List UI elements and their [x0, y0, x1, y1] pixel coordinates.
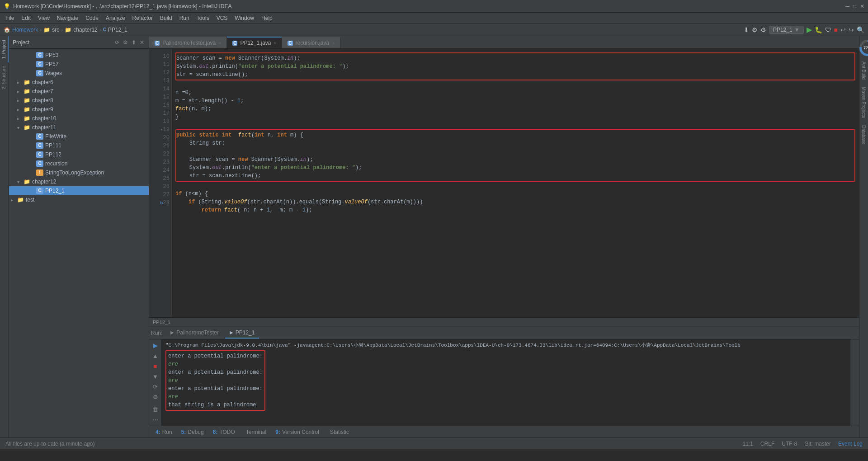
close-button[interactable]: ✕ [860, 3, 864, 9]
tree-item-stringtoolong[interactable]: !StringTooLongException [9, 168, 149, 177]
menu-item-analyze[interactable]: Analyze [102, 13, 129, 23]
expand-icon[interactable]: ⬆ [131, 38, 137, 47]
tree-item-wages[interactable]: CWages [9, 69, 149, 78]
folder-arrow-chapter12[interactable]: ▾ [17, 179, 24, 184]
run-output-line: enter a potential palindrome: [168, 352, 263, 360]
folder-arrow-chapter10[interactable]: ▸ [17, 116, 24, 121]
run-stop-button[interactable]: ■ [151, 362, 160, 371]
maximize-button[interactable]: □ [853, 3, 856, 9]
structure-panel-tab[interactable]: 2: Structure [0, 62, 9, 93]
menu-item-build[interactable]: Build [156, 13, 176, 23]
menu-item-code[interactable]: Code [82, 13, 102, 23]
tree-item-chapter11[interactable]: ▾📁chapter11 [9, 123, 149, 132]
tab-close-palindrome[interactable]: × [218, 41, 221, 46]
run-down-button[interactable]: ▼ [151, 372, 160, 381]
run-tab-palindrometester[interactable]: ▶PalindromeTester [166, 328, 223, 339]
menu-item-edit[interactable]: Edit [18, 13, 34, 23]
download-icon[interactable]: ⬇ [744, 26, 749, 33]
hide-icon[interactable]: ✕ [139, 38, 145, 47]
settings-icon[interactable]: ⚙ [760, 26, 766, 33]
breadcrumb-pp12_1[interactable]: PP12_1 [108, 27, 127, 33]
tree-item-chapter7[interactable]: ▸📁chapter7 [9, 87, 149, 96]
tree-item-filewrite[interactable]: CFileWrite [9, 132, 149, 141]
menu-item-navigate[interactable]: Navigate [53, 13, 82, 23]
menu-item-view[interactable]: View [34, 13, 53, 23]
debug-button[interactable]: 🐛 [815, 26, 822, 33]
breadcrumb-src[interactable]: src [52, 27, 59, 33]
tree-item-chapter10[interactable]: ▸📁chapter10 [9, 114, 149, 123]
redo-button[interactable]: ↪ [849, 26, 854, 33]
run-play-button[interactable]: ▶ [151, 341, 160, 350]
stop-button[interactable]: ■ [834, 26, 838, 33]
tree-item-chapter12[interactable]: ▾📁chapter12 [9, 177, 149, 186]
bottom-btn-run[interactable]: 4: Run [152, 427, 176, 437]
folder-icon-chapter6: 📁 [24, 79, 30, 85]
event-log[interactable]: Event Log [838, 441, 863, 447]
run-up-button[interactable]: ▲ [151, 352, 160, 360]
bottom-btn-version-control[interactable]: 9: Version Control [272, 427, 323, 437]
git-branch[interactable]: Git: master [804, 441, 831, 447]
menu-item-window[interactable]: Window [231, 13, 258, 23]
undo-button[interactable]: ↩ [840, 26, 846, 33]
editor-tab-palindrome[interactable]: CPalindromeTester.java× [149, 37, 227, 48]
database-tab[interactable]: Database [860, 122, 868, 148]
folder-arrow-chapter7[interactable]: ▸ [17, 89, 24, 94]
menu-item-run[interactable]: Run [176, 13, 193, 23]
file-encoding[interactable]: UTF-8 [782, 441, 797, 447]
run-button[interactable]: ▶ [807, 25, 812, 34]
menu-item-refactor[interactable]: Refactor [129, 13, 156, 23]
tree-item-test[interactable]: ▸📁test [9, 195, 149, 204]
tab-close-pp12_1[interactable]: × [274, 41, 276, 46]
maven-projects-tab[interactable]: Maven Projects [860, 83, 868, 122]
sync-icon[interactable]: ⟳ [114, 38, 120, 47]
ant-build-tab[interactable]: Ant Build [860, 58, 868, 83]
tree-item-chapter9[interactable]: ▸📁chapter9 [9, 105, 149, 114]
tree-item-pp111[interactable]: CPP111 [9, 141, 149, 150]
code-content[interactable]: Scanner scan = new Scanner(System.in); S… [172, 49, 859, 317]
bottom-btn-debug[interactable]: 5: Debug [178, 427, 208, 437]
run-config-selector[interactable]: PP12_1 ▼ [769, 26, 804, 34]
gear-icon[interactable]: ⚙ [122, 38, 129, 47]
line-separator[interactable]: CRLF [760, 441, 774, 447]
file-icon-wages: C [36, 70, 43, 76]
run-rerun-button[interactable]: ⟳ [151, 383, 160, 391]
run-settings-button[interactable]: ⚙ [151, 393, 160, 401]
bottom-btn-todo[interactable]: 6: TODO [209, 427, 239, 437]
run-trash-button[interactable]: 🗑 [151, 405, 160, 414]
build-icon[interactable]: ⚙ [752, 26, 758, 33]
line-num-11: 11 [151, 61, 170, 69]
line-num-15: 15 [151, 93, 170, 101]
menu-item-file[interactable]: File [2, 13, 18, 23]
tree-item-chapter8[interactable]: ▸📁chapter8 [9, 96, 149, 105]
bottom-btn-terminal[interactable]: Terminal [241, 427, 270, 437]
folder-arrow-chapter9[interactable]: ▸ [17, 107, 24, 112]
folder-arrow-chapter8[interactable]: ▸ [17, 98, 24, 103]
menu-item-tools[interactable]: Tools [193, 13, 213, 23]
cursor-position[interactable]: 11:1 [743, 441, 753, 447]
tree-item-recursion[interactable]: Crecursion [9, 159, 149, 168]
folder-arrow-chapter6[interactable]: ▸ [17, 80, 24, 85]
menu-item-help[interactable]: Help [258, 13, 276, 23]
menu-item-vcs[interactable]: VCS [213, 13, 231, 23]
search-everywhere-button[interactable]: 🔍 [857, 26, 864, 33]
tree-item-pp12_1[interactable]: CPP12_1 [9, 186, 149, 195]
tree-item-pp57[interactable]: CPP57 [9, 60, 149, 69]
editor-tab-pp12_1[interactable]: CPP12_1.java× [227, 37, 282, 48]
bottom-btn-statistic[interactable]: Statistic [325, 427, 353, 437]
breadcrumb-chapter12[interactable]: chapter12 [73, 27, 97, 33]
run-more-button[interactable]: ⋯ [151, 415, 160, 424]
run-tab-pp121[interactable]: ▶PP12_1 [225, 328, 259, 339]
folder-arrow-test[interactable]: ▸ [11, 198, 17, 202]
minimize-button[interactable]: ─ [845, 3, 849, 9]
tree-item-pp112[interactable]: CPP112 [9, 150, 149, 159]
folder-arrow-chapter11[interactable]: ▾ [17, 125, 24, 130]
tab-close-recursion[interactable]: × [332, 41, 335, 46]
editor-tab-recursion[interactable]: Crecursion.java× [282, 37, 340, 48]
breadcrumb-homework[interactable]: Homework [12, 27, 38, 33]
tree-item-pp53[interactable]: CPP53 [9, 51, 149, 60]
editor-status-bar: PP12_1 [149, 317, 859, 326]
project-panel-tab[interactable]: 1: Project [0, 36, 9, 62]
coverage-button[interactable]: 🛡 [825, 26, 831, 33]
progress-value: 77% [863, 46, 868, 50]
tree-item-chapter6[interactable]: ▸📁chapter6 [9, 78, 149, 87]
